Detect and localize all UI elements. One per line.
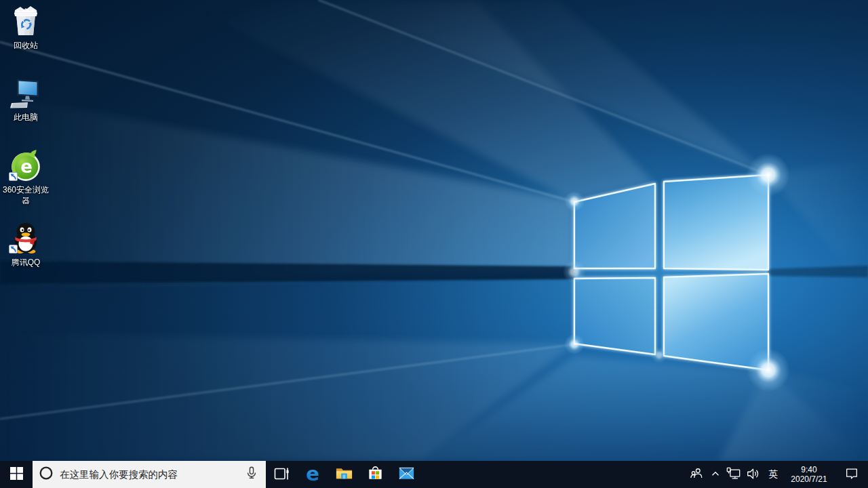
edge-icon: e <box>303 464 322 485</box>
wallpaper-windows-hero <box>0 0 868 461</box>
mail-button[interactable] <box>391 461 422 488</box>
tray-clock[interactable]: 9:40 2020/7/21 <box>783 461 835 488</box>
system-tray: 英 9:40 2020/7/21 <box>686 461 868 488</box>
microphone-icon[interactable] <box>244 466 259 483</box>
search-input[interactable] <box>60 469 238 480</box>
svg-text:e: e <box>20 157 33 177</box>
cortana-circle-icon <box>39 466 54 483</box>
desktop-icon-label: 此电脑 <box>14 112 38 123</box>
taskbar: e <box>0 461 868 488</box>
task-view-button[interactable] <box>266 461 297 488</box>
360-browser-icon: e <box>9 149 42 182</box>
ime-indicator[interactable]: 英 <box>764 461 783 488</box>
file-explorer-button[interactable] <box>328 461 359 488</box>
shortcut-arrow-icon <box>9 172 18 181</box>
desktop-icon-recycle-bin[interactable]: 回收站 <box>0 5 52 51</box>
qq-penguin-icon <box>9 222 42 254</box>
task-view-icon <box>273 466 290 484</box>
store-button[interactable] <box>359 461 391 488</box>
desktop-icon-label: 360安全浏览器 <box>0 184 52 206</box>
show-hidden-icons-button[interactable] <box>707 461 724 488</box>
desktop-icon-label: 腾讯QQ <box>12 257 41 268</box>
people-button[interactable] <box>686 461 707 488</box>
shortcut-arrow-icon <box>9 245 18 253</box>
taskbar-search-box[interactable] <box>33 461 266 488</box>
desktop-icon-label: 回收站 <box>14 40 38 51</box>
volume-button[interactable] <box>743 461 764 488</box>
clock-date: 2020/7/21 <box>791 474 827 484</box>
desktop-icon-this-pc[interactable]: 此电脑 <box>0 77 52 123</box>
action-center-button[interactable] <box>835 461 868 488</box>
ime-label: 英 <box>768 468 778 481</box>
chevron-up-icon <box>709 468 722 482</box>
network-button[interactable] <box>724 461 743 488</box>
this-pc-icon <box>9 77 42 109</box>
mail-icon <box>397 464 416 485</box>
edge-button[interactable]: e <box>297 461 328 488</box>
svg-text:e: e <box>306 464 319 483</box>
start-windows-icon <box>10 467 23 482</box>
windows-desktop: 回收站 此电脑 <box>0 0 868 488</box>
desktop-icon-360-browser[interactable]: e 360安全浏览器 <box>0 149 52 206</box>
store-icon <box>366 464 384 485</box>
file-explorer-icon <box>335 464 353 485</box>
desktop-icon-tencent-qq[interactable]: 腾讯QQ <box>0 222 52 268</box>
people-icon <box>689 466 704 483</box>
volume-icon <box>746 466 761 483</box>
recycle-bin-icon <box>9 5 42 37</box>
start-button[interactable] <box>0 461 33 488</box>
network-ethernet-icon <box>726 466 741 483</box>
action-center-icon <box>844 466 859 483</box>
clock-time: 9:40 <box>801 465 816 474</box>
